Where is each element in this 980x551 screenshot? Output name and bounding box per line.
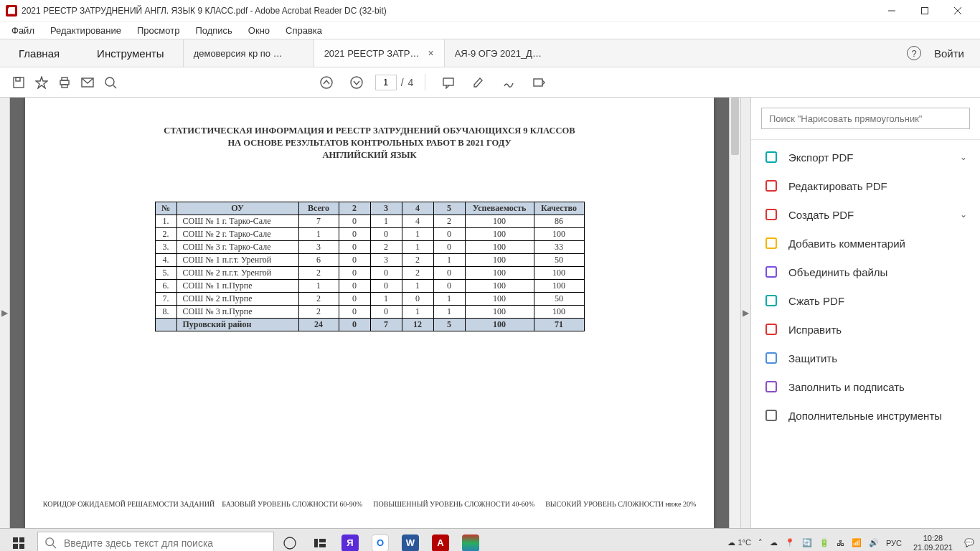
tray-location-icon[interactable]: 📍: [785, 538, 795, 547]
toolbar: / 4: [0, 67, 980, 98]
tool-item[interactable]: Редактировать PDF: [751, 171, 980, 200]
tool-item[interactable]: Дополнительные инструменты: [751, 401, 980, 430]
workspace: ▶ СТАТИСТИЧЕСКАЯ ИНФОРМАЦИЯ И РЕЕСТР ЗАТ…: [0, 98, 980, 528]
table-cell: 1: [370, 292, 402, 305]
tool-item[interactable]: Объединить файлы: [751, 258, 980, 286]
sign-icon[interactable]: [497, 71, 520, 94]
close-button[interactable]: [941, 0, 974, 22]
help-icon[interactable]: ?: [907, 46, 921, 60]
tab-close-icon[interactable]: ×: [428, 47, 433, 59]
svg-line-33: [53, 545, 56, 547]
table-cell: 100: [465, 227, 534, 240]
table-cell: 0: [370, 227, 402, 240]
notifications-icon[interactable]: 💬: [964, 538, 974, 547]
taskbar-app-word[interactable]: W: [396, 529, 425, 552]
taskbar-app-browser[interactable]: Я: [336, 529, 364, 552]
menu-view[interactable]: Просмотр: [130, 23, 187, 38]
menu-sign[interactable]: Подпись: [188, 23, 239, 38]
tray-language[interactable]: РУС: [886, 539, 902, 547]
document-viewer[interactable]: СТАТИСТИЧЕСКАЯ ИНФОРМАЦИЯ И РЕЕСТР ЗАТРУ…: [10, 98, 729, 528]
table-cell: 2.: [155, 227, 176, 240]
scrollbar-thumb[interactable]: [731, 98, 739, 155]
tray-wifi-icon[interactable]: 📶: [852, 538, 862, 547]
tool-icon: [764, 150, 778, 164]
table-cell: 3.: [155, 240, 176, 253]
nav-home[interactable]: Главная: [0, 39, 78, 67]
menu-edit[interactable]: Редактирование: [43, 23, 128, 38]
tray-sync-icon[interactable]: 🔄: [802, 538, 812, 547]
page-sep: /: [401, 77, 404, 88]
taskbar-app-1[interactable]: [306, 529, 334, 552]
maximize-button[interactable]: [908, 0, 941, 22]
zoom-icon[interactable]: [99, 71, 122, 94]
nav-tools[interactable]: Инструменты: [78, 39, 183, 67]
table-cell: 100: [534, 279, 584, 292]
mail-icon[interactable]: [76, 71, 99, 94]
menu-window[interactable]: Окно: [241, 23, 277, 38]
tools-search-input[interactable]: [761, 108, 970, 129]
login-button[interactable]: Войти: [934, 47, 964, 60]
table-cell: 3: [370, 253, 402, 266]
tool-item[interactable]: Заполнить и подписать: [751, 372, 980, 401]
menu-file[interactable]: Файл: [4, 23, 42, 38]
highlight-icon[interactable]: [467, 71, 490, 94]
start-button[interactable]: [1, 529, 36, 552]
svg-rect-19: [766, 181, 776, 191]
taskbar-app-books[interactable]: [456, 529, 485, 552]
table-header: 4: [402, 202, 433, 215]
page-current-input[interactable]: [375, 75, 397, 90]
table-header: Качество: [534, 202, 584, 215]
vertical-scrollbar[interactable]: [729, 98, 740, 528]
page-up-icon[interactable]: [315, 71, 338, 94]
table-cell: СОШ № 2 п.Пурпе: [176, 292, 298, 305]
tool-item[interactable]: Добавить комментарий: [751, 229, 980, 258]
stamp-icon[interactable]: [527, 71, 550, 94]
taskbar-search[interactable]: Введите здесь текст для поиска: [37, 532, 274, 552]
print-icon[interactable]: [53, 71, 76, 94]
task-view-icon[interactable]: [275, 529, 304, 552]
svg-rect-28: [13, 537, 18, 542]
taskbar-clock[interactable]: 10:28 21.09.2021: [909, 534, 957, 551]
right-rail-toggle[interactable]: ▶: [740, 98, 750, 528]
doc-tab-2[interactable]: АЯ-9 ОГЭ 2021_Д…: [444, 39, 575, 67]
tool-icon: [764, 179, 778, 193]
table-cell: 1: [402, 240, 433, 253]
doc-tab-1[interactable]: 2021 РЕЕСТР ЗАТР…×: [314, 39, 444, 67]
star-icon[interactable]: [30, 71, 53, 94]
tool-icon: [764, 207, 778, 222]
left-rail-toggle[interactable]: ▶: [0, 98, 10, 528]
table-total-row: Пуровский район240712510071: [155, 318, 584, 331]
tray-chevron-icon[interactable]: ˄: [758, 538, 763, 547]
tool-item[interactable]: Создать PDF⌄: [751, 200, 980, 229]
taskbar-app-acrobat[interactable]: A: [426, 529, 455, 552]
doc-tab-0[interactable]: демоверсия кр по …: [183, 39, 314, 67]
tool-label: Дополнительные инструменты: [788, 410, 942, 422]
tool-item[interactable]: Сжать PDF: [751, 286, 980, 315]
weather-widget[interactable]: ☁ 1°C: [727, 538, 751, 547]
tray-cloud-icon[interactable]: ☁: [770, 538, 778, 547]
menu-help[interactable]: Справка: [278, 23, 329, 38]
page-down-icon[interactable]: [345, 71, 368, 94]
tool-label: Объединить файлы: [788, 266, 887, 278]
system-tray[interactable]: ☁ 1°C ˄ ☁ 📍 🔄 🔋 🖧 📶 🔊 РУС 10:28 21.09.20…: [723, 534, 979, 551]
table-cell: [155, 318, 176, 331]
taskbar-app-opera[interactable]: O: [366, 529, 395, 552]
table-cell: 0: [433, 240, 465, 253]
svg-rect-21: [766, 238, 776, 248]
tray-network-icon[interactable]: 🖧: [837, 539, 844, 547]
table-row: 8.СОШ № 3 п.Пурпе20011100100: [155, 305, 584, 318]
tool-item[interactable]: Исправить: [751, 315, 980, 344]
table-cell: 86: [534, 215, 584, 227]
comment-icon[interactable]: [437, 71, 460, 94]
tools-panel: Экспорт PDF⌄Редактировать PDFСоздать PDF…: [750, 98, 980, 528]
tray-battery-icon[interactable]: 🔋: [819, 538, 829, 547]
save-icon[interactable]: [7, 71, 30, 94]
table-cell: 2: [298, 292, 339, 305]
svg-point-34: [284, 537, 296, 549]
tool-item[interactable]: Защитить: [751, 344, 980, 372]
table-cell: 1: [433, 253, 465, 266]
tray-volume-icon[interactable]: 🔊: [869, 538, 879, 547]
minimize-button[interactable]: [875, 0, 908, 22]
chevron-down-icon: ⌄: [960, 209, 967, 220]
tool-item[interactable]: Экспорт PDF⌄: [751, 139, 980, 171]
